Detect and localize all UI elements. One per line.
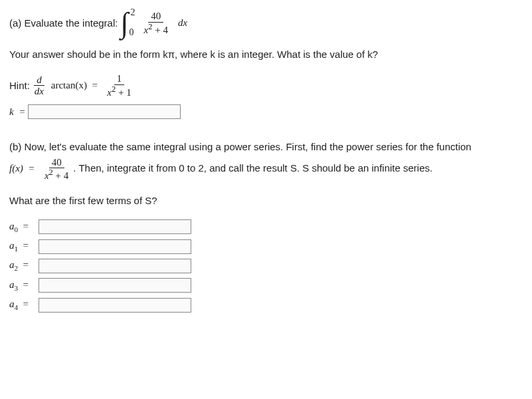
k-row: k = <box>9 104 523 119</box>
part-a-prompt-row: (a) Evaluate the integral: ∫ 2 0 40 x2 +… <box>9 11 523 35</box>
integrand-denominator: x2 + 4 <box>141 23 171 36</box>
term-label: a2 = <box>9 258 39 273</box>
term-row: a4 = <box>9 297 523 313</box>
answer-form-line: Your answer should be in the form kπ, wh… <box>9 47 523 61</box>
integral-lower: 0 <box>130 29 134 36</box>
term-row: a0 = <box>9 219 523 235</box>
part-b-question: What are the first few terms of S? <box>9 194 523 207</box>
term-input-a1[interactable] <box>39 239 191 254</box>
integrand-fraction: 40 x2 + 4 <box>141 11 171 35</box>
k-input[interactable] <box>28 104 181 119</box>
k-label: k = <box>9 105 28 119</box>
fx-label: f(x) = <box>9 163 40 174</box>
hint-derivative: d dx <box>32 74 46 97</box>
hint-label: Hint: <box>9 78 30 92</box>
fx-fraction: 40 x2 + 4 <box>42 157 71 182</box>
term-row: a3 = <box>9 278 523 293</box>
part-b-text1: (b) Now, let's evaluate the same integra… <box>9 141 472 152</box>
term-input-a4[interactable] <box>39 298 191 313</box>
hint-rhs-fraction: 1 x2 + 1 <box>104 73 133 98</box>
part-b-text2: . Then, integrate it from 0 to 2, and ca… <box>73 162 432 174</box>
hint-and-k: Hint: d dx arctan(x) = 1 x2 + 1 k = <box>9 73 523 119</box>
term-label: a3 = <box>9 278 39 293</box>
dx: dx <box>178 16 187 30</box>
term-row: a1 = <box>9 239 523 254</box>
hint-row: Hint: d dx arctan(x) = 1 x2 + 1 <box>9 73 523 98</box>
term-label: a1 = <box>9 239 39 254</box>
integral-expression: ∫ 2 0 <box>120 11 130 35</box>
term-label: a4 = <box>9 297 39 313</box>
term-label: a0 = <box>9 219 39 235</box>
hint-arctan: arctan(x) = <box>48 78 102 92</box>
integral-sign: ∫ 2 0 <box>120 11 128 35</box>
terms-list: a0 = a1 = a2 = a3 = a4 = <box>9 219 523 313</box>
term-row: a2 = <box>9 258 523 273</box>
term-input-a0[interactable] <box>39 219 191 234</box>
term-input-a2[interactable] <box>39 259 191 273</box>
part-a: (a) Evaluate the integral: ∫ 2 0 40 x2 +… <box>9 11 523 35</box>
part-a-prompt: (a) Evaluate the integral: <box>9 16 118 30</box>
part-b-text: (b) Now, let's evaluate the same integra… <box>9 138 523 182</box>
integrand-numerator: 40 <box>148 11 163 23</box>
integral-upper: 2 <box>131 9 135 16</box>
term-input-a3[interactable] <box>39 278 191 293</box>
